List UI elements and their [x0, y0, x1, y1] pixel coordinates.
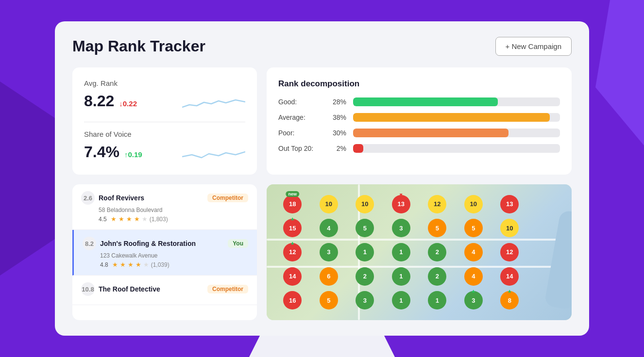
- review-count: (1,803): [150, 216, 168, 223]
- competitor-name: John's Roofing & Restoration: [100, 240, 196, 247]
- map-dot[interactable]: 1: [392, 243, 410, 261]
- map-dot[interactable]: 5: [356, 219, 374, 237]
- competitor-address: 58 Beladonna Boulevard: [81, 207, 248, 213]
- map-dot[interactable]: 2: [428, 243, 446, 261]
- map-dot-cell: ▲12: [276, 242, 309, 262]
- map-dot[interactable]: 2: [428, 267, 446, 286]
- map-dot-cell: 1: [385, 266, 418, 287]
- map-dot[interactable]: 3: [320, 243, 338, 261]
- dot-value: 2: [436, 248, 439, 256]
- competitor-name-group: 10.8 The Roof Detective: [81, 282, 160, 296]
- rank-bar-track: [353, 129, 560, 137]
- rank-decomposition-rows: Good: 28% Average: 38% Poor: 30% Out Top…: [278, 97, 560, 153]
- map-dot-cell: [530, 266, 562, 287]
- dot-arrow-up: ▲: [507, 288, 512, 293]
- map-dot[interactable]: 1: [392, 291, 410, 309]
- top-row: Avg. Rank 8.22 ↓0.22 Share of Voice 7.4%: [72, 67, 572, 175]
- map-dot[interactable]: 3: [356, 291, 374, 309]
- map-dot-cell: 4: [458, 242, 490, 262]
- avg-rank-value-row: 8.22 ↓0.22: [84, 90, 245, 112]
- rank-bar-fill: [353, 144, 363, 153]
- map-dot[interactable]: 10: [320, 195, 338, 213]
- map-dot[interactable]: 12: [428, 195, 446, 213]
- rank-row-label: Good:: [278, 98, 322, 106]
- map-dot-cell: ▼13: [385, 194, 418, 214]
- map-dot[interactable]: 14: [283, 267, 302, 286]
- dot-value: 4: [327, 225, 330, 232]
- rank-row: Good: 28%: [278, 97, 560, 106]
- share-of-voice-value-row: 7.4% ↑0.19: [84, 141, 245, 163]
- new-campaign-button[interactable]: + New Campaign: [495, 37, 572, 56]
- rank-row: Average: 38%: [278, 113, 560, 122]
- dot-value: 2: [436, 273, 439, 280]
- map-dot[interactable]: 10: [500, 219, 519, 237]
- review-count: (1,039): [151, 261, 169, 268]
- map-dot[interactable]: 5: [320, 291, 338, 309]
- map-dot-cell: 13: [493, 194, 526, 214]
- map-dot[interactable]: 2: [356, 267, 374, 286]
- map-dot[interactable]: 4: [464, 267, 483, 286]
- bg-shape-right: [595, 0, 644, 146]
- map-dot[interactable]: new18: [283, 195, 302, 213]
- map-dot[interactable]: ▼13: [392, 195, 410, 213]
- map-dot-cell: new18: [276, 194, 309, 214]
- map-dot-cell: [530, 290, 562, 310]
- dot-value: 5: [363, 225, 367, 232]
- map-dot-cell: 1: [385, 290, 418, 310]
- avg-rank-delta: ↓0.22: [119, 99, 137, 108]
- competitor-item[interactable]: 2.6 Roof Revivers Competitor 58 Beladonn…: [72, 184, 257, 230]
- map-dot[interactable]: 1: [428, 291, 446, 309]
- map-dot-cell: [530, 218, 562, 239]
- dot-value: 3: [363, 297, 367, 304]
- rating-value: 4.8: [100, 261, 108, 268]
- map-dot[interactable]: 5: [428, 219, 446, 237]
- share-of-voice-number: 7.4%: [84, 143, 119, 161]
- rank-row-pct: 30%: [329, 129, 346, 137]
- dot-value: 6: [327, 273, 330, 280]
- map-dot[interactable]: 16: [283, 291, 302, 309]
- map-dot[interactable]: ▲8: [500, 291, 519, 309]
- star-empty: ★: [142, 215, 148, 223]
- star-filled: ★: [112, 261, 118, 268]
- dot-value: 10: [470, 200, 477, 208]
- dot-value: 1: [363, 248, 367, 256]
- map-dot[interactable]: 12: [500, 243, 519, 261]
- map-dot[interactable]: 13: [500, 195, 519, 213]
- rank-row: Out Top 20: 2%: [278, 144, 560, 153]
- map-dot[interactable]: 10: [464, 195, 483, 213]
- dot-value: 2: [363, 273, 367, 280]
- competitor-item[interactable]: 8.2 John's Roofing & Restoration You 123…: [72, 230, 257, 276]
- map-dot[interactable]: 14: [500, 267, 519, 286]
- map-dot[interactable]: 6: [320, 267, 338, 286]
- map-dot[interactable]: 4: [464, 243, 483, 261]
- map-dot[interactable]: 10: [356, 195, 374, 213]
- map-dot-cell: ▲15: [276, 218, 309, 239]
- rank-bar-track: [353, 113, 560, 122]
- competitor-item[interactable]: 10.8 The Roof Detective Competitor: [72, 276, 257, 305]
- map-dot[interactable]: 1: [356, 243, 374, 261]
- map-dot[interactable]: 5: [464, 219, 483, 237]
- map-dot-cell: 14: [276, 266, 309, 287]
- dot-value: 12: [506, 248, 513, 256]
- star-empty: ★: [143, 261, 149, 268]
- map-dot[interactable]: ▲3: [464, 291, 483, 309]
- map-dot[interactable]: ▲12: [283, 243, 302, 261]
- map-dot-cell: 12: [493, 242, 526, 262]
- rank-decomposition-card: Rank decomposition Good: 28% Average: 38…: [267, 67, 572, 175]
- dot-value: 16: [289, 297, 296, 304]
- rank-row-pct: 38%: [329, 114, 346, 121]
- dot-value: 18: [289, 200, 296, 208]
- dot-arrow-down: ▼: [399, 192, 404, 197]
- map-dot[interactable]: ▲15: [283, 219, 302, 237]
- map-dot-cell: 6: [313, 266, 345, 287]
- map-dot[interactable]: 3: [392, 219, 410, 237]
- rank-row: Poor: 30%: [278, 129, 560, 137]
- share-of-voice-main: 7.4% ↑0.19: [84, 143, 142, 161]
- map-dot[interactable]: 4: [320, 219, 338, 237]
- map-dot-cell: 2: [421, 266, 454, 287]
- competitor-rank: 10.8: [81, 282, 95, 296]
- map-dot-cell: 1: [349, 242, 381, 262]
- map-dot-cell: ▲3: [458, 290, 490, 310]
- map-dot[interactable]: 1: [392, 267, 410, 286]
- share-of-voice-delta: ↑0.19: [124, 150, 142, 159]
